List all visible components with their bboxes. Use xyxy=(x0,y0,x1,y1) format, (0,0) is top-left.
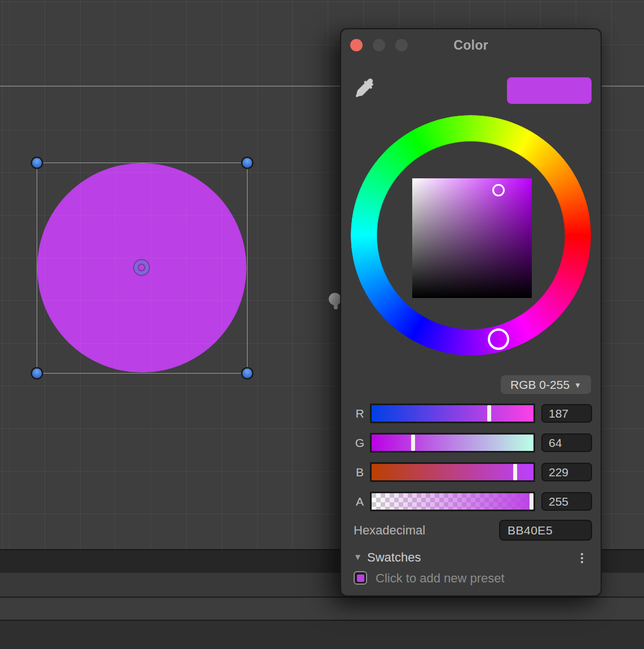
hue-indicator[interactable] xyxy=(488,328,509,350)
sv-square[interactable] xyxy=(412,178,532,298)
sv-indicator[interactable] xyxy=(492,184,505,196)
selection-handle-bottom-left[interactable] xyxy=(32,369,42,378)
g-slider-label: G xyxy=(353,433,367,453)
hexadecimal-field[interactable]: BB40E5 xyxy=(499,520,592,541)
color-mode-label: RGB 0-255 xyxy=(510,378,570,392)
a-value-field[interactable]: 255 xyxy=(541,492,592,511)
selection-handle-bottom-right[interactable] xyxy=(242,369,252,378)
hexadecimal-label: Hexadecimal xyxy=(354,523,425,538)
r-value-field[interactable]: 187 xyxy=(541,404,592,423)
slider-row-g: G 64 xyxy=(341,433,603,453)
selection-handle-top-left[interactable] xyxy=(32,158,42,168)
r-slider-track[interactable] xyxy=(370,404,535,423)
add-preset-hint[interactable]: Click to add new preset xyxy=(376,571,505,586)
bottom-panel xyxy=(0,620,644,649)
g-slider-gradient xyxy=(372,435,533,451)
pivot-handle[interactable] xyxy=(134,260,149,275)
a-slider-label: A xyxy=(353,492,367,511)
kebab-menu-icon[interactable] xyxy=(576,550,588,566)
swatches-header: ▼ Swatches xyxy=(341,550,603,566)
b-slider-handle[interactable] xyxy=(513,464,517,480)
slider-row-a: A 255 xyxy=(341,492,603,511)
a-slider-gradient xyxy=(372,493,533,510)
color-window: Color RGB 0-255 ▼ R 187 G xyxy=(340,28,602,597)
eyedropper-icon[interactable] xyxy=(354,78,375,99)
slider-row-b: B 229 xyxy=(341,462,603,482)
slider-row-r: R 187 xyxy=(341,404,603,423)
editor-root: Color RGB 0-255 ▼ R 187 G xyxy=(0,0,644,649)
color-wheel[interactable] xyxy=(351,115,591,356)
splitter-knob[interactable] xyxy=(329,293,341,305)
a-slider-handle[interactable] xyxy=(530,493,533,510)
b-slider-gradient xyxy=(372,464,533,480)
toolbar-lower xyxy=(0,597,644,620)
r-slider-label: R xyxy=(353,404,367,423)
g-value-field[interactable]: 64 xyxy=(541,433,592,452)
r-slider-handle[interactable] xyxy=(487,405,491,422)
preset-row: Click to add new preset xyxy=(341,570,603,587)
b-slider-track[interactable] xyxy=(370,462,535,482)
g-slider-handle[interactable] xyxy=(411,435,415,451)
color-mode-dropdown[interactable]: RGB 0-255 ▼ xyxy=(501,375,591,394)
b-value-field[interactable]: 229 xyxy=(541,463,592,481)
b-slider-label: B xyxy=(353,462,367,482)
add-preset-button[interactable] xyxy=(354,571,367,585)
color-preview xyxy=(507,77,592,104)
g-slider-track[interactable] xyxy=(370,433,535,453)
a-slider-track[interactable] xyxy=(370,492,535,511)
chevron-down-icon: ▼ xyxy=(574,381,581,389)
r-slider-gradient xyxy=(372,405,533,422)
window-title: Color xyxy=(341,38,601,53)
selection-handle-top-right[interactable] xyxy=(242,158,252,168)
swatches-label[interactable]: Swatches xyxy=(367,550,421,565)
foldout-triangle-icon[interactable]: ▼ xyxy=(354,552,362,562)
preset-swatch-color xyxy=(357,575,364,582)
